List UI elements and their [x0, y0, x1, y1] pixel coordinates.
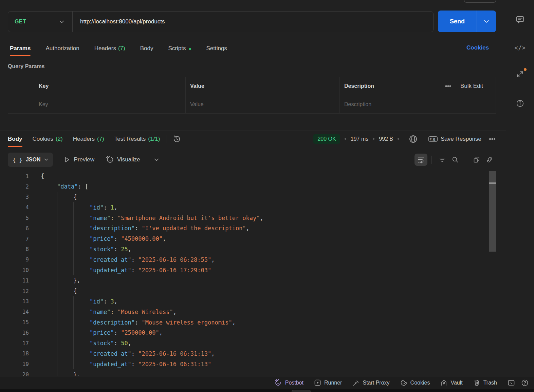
cut-off-taskbar-item	[292, 390, 311, 392]
scrollbar-marker	[489, 182, 496, 184]
code-line: 10"updated_at": "2025-06-16 17:29:03"	[0, 265, 506, 275]
code-line: 5"name": "Smartphone Android but it's be…	[0, 213, 506, 223]
method-selector[interactable]: GET	[8, 12, 73, 32]
table-header-row: Key Value Description Bulk Edit	[8, 77, 496, 95]
tab-body[interactable]: Body	[140, 41, 153, 56]
status-badge[interactable]: 200 OK	[313, 134, 340, 144]
trash-icon	[473, 379, 480, 386]
code-line: 12{	[0, 286, 506, 296]
url-input[interactable]	[73, 12, 433, 32]
tab-settings[interactable]: Settings	[206, 41, 227, 56]
search-button[interactable]	[449, 154, 462, 166]
request-url-bar: GET	[8, 11, 434, 32]
start-proxy-button[interactable]: Start Proxy	[352, 379, 389, 386]
code-line: 16"price": "250000.00",	[0, 328, 506, 338]
code-line: 11},	[0, 275, 506, 286]
more-options-icon[interactable]	[489, 138, 496, 140]
bulk-edit-button[interactable]: Bulk Edit	[439, 77, 496, 95]
comment-icon[interactable]	[516, 15, 524, 24]
vault-button[interactable]: Vault	[440, 379, 462, 386]
status-bar: Postbot Runner Start Proxy Cookies Vault	[0, 376, 534, 389]
code-line: 2"data": [	[0, 181, 506, 192]
cookies-icon	[400, 379, 407, 386]
response-tab-body[interactable]: Body	[8, 131, 22, 147]
vault-icon	[440, 379, 447, 386]
postman-app: GET Send Params Authorization Headers(7)…	[0, 0, 534, 392]
right-sidebar: </>	[506, 0, 534, 376]
key-input[interactable]	[39, 101, 178, 107]
response-tab-test-results[interactable]: Test Results(1/1)	[114, 131, 160, 147]
visualize-button[interactable]: Visualize	[106, 156, 140, 164]
postbot-button[interactable]: Postbot	[275, 379, 303, 387]
runner-icon	[314, 379, 321, 386]
code-line: 6"description": "I've updated the descri…	[0, 223, 506, 234]
help-icon[interactable]	[521, 379, 529, 387]
code-line: 20},	[0, 369, 506, 376]
cut-off-button	[464, 0, 496, 3]
select-all-cell[interactable]	[8, 77, 34, 95]
info-icon[interactable]	[516, 99, 524, 108]
key-input-cell	[34, 95, 186, 113]
table-row	[8, 95, 496, 113]
scrollbar-thumb[interactable]	[489, 171, 496, 252]
code-line: 13"id": 3,	[0, 296, 506, 307]
sparkle-circle-icon	[106, 156, 114, 164]
code-snippet-icon[interactable]: </>	[514, 44, 526, 51]
tab-params[interactable]: Params	[10, 41, 31, 56]
chevron-down-icon	[59, 20, 64, 23]
tab-authorization[interactable]: Authorization	[45, 41, 79, 56]
description-column-header: Description	[340, 77, 439, 95]
code-line: 15"description": "Mouse wireless ergonom…	[0, 317, 506, 328]
send-button[interactable]: Send	[438, 11, 477, 32]
scrollbar-track	[489, 252, 489, 370]
value-input-cell	[186, 95, 340, 113]
description-input[interactable]	[344, 101, 488, 107]
copy-button[interactable]	[470, 154, 483, 166]
dot-separator	[373, 138, 374, 140]
code-line: 4"id": 1,	[0, 202, 506, 213]
cookies-button[interactable]: Cookies	[400, 379, 430, 386]
viewer-more-chevron[interactable]	[154, 158, 159, 161]
value-input[interactable]	[190, 101, 332, 107]
code-line: 18"created_at": "2025-06-16 06:31:13",	[0, 349, 506, 359]
query-params-table: Key Value Description Bulk Edit	[8, 77, 496, 114]
code-line: 17"stock": 50,	[0, 338, 506, 349]
code-line: 19"updated_at": "2025-06-16 06:31:13"	[0, 359, 506, 369]
word-wrap-button[interactable]	[415, 154, 427, 166]
code-line: 3{	[0, 192, 506, 202]
globe-icon[interactable]	[408, 134, 418, 144]
response-size[interactable]: 992 B	[379, 136, 393, 142]
response-tab-headers[interactable]: Headers(7)	[73, 131, 104, 147]
response-body-editor[interactable]: 1{2"data": [3{4"id": 1,5"name": "Smartph…	[0, 171, 506, 376]
response-history-icon[interactable]	[172, 135, 181, 143]
format-selector[interactable]: { } JSON	[8, 153, 53, 167]
response-viewer-toolbar: { } JSON Preview Visualize	[8, 153, 496, 167]
play-outline-icon	[63, 156, 70, 163]
description-input-cell	[340, 95, 496, 113]
cookies-link[interactable]: Cookies	[466, 44, 489, 51]
preview-button[interactable]: Preview	[63, 156, 94, 163]
send-options-button[interactable]	[477, 11, 496, 32]
response-code-lines: 1{2"data": [3{4"id": 1,5"name": "Smartph…	[0, 171, 506, 376]
request-tabs: Params Authorization Headers(7) Body Scr…	[8, 41, 227, 56]
more-options-icon	[445, 85, 451, 87]
tab-headers[interactable]: Headers(7)	[94, 41, 125, 56]
save-response-button[interactable]: e.g. Save Response	[428, 136, 481, 142]
divider	[431, 156, 432, 164]
link-button[interactable]	[483, 154, 496, 166]
divider	[423, 135, 423, 143]
code-line: 8"stock": 25,	[0, 244, 506, 255]
postbot-icon	[275, 379, 282, 387]
layout-panel-icon[interactable]	[508, 379, 515, 386]
runner-button[interactable]: Runner	[314, 379, 342, 386]
divider	[166, 135, 166, 143]
filter-button[interactable]	[436, 154, 449, 166]
start-proxy-icon	[352, 379, 360, 386]
bottom-strip	[0, 389, 534, 392]
response-tab-cookies[interactable]: Cookies(2)	[33, 131, 63, 147]
capture-icon[interactable]	[516, 70, 524, 78]
trash-button[interactable]: Trash	[473, 379, 497, 386]
response-time[interactable]: 197 ms	[351, 136, 368, 142]
row-checkbox-cell[interactable]	[8, 95, 34, 113]
tab-scripts[interactable]: Scripts	[168, 41, 191, 56]
